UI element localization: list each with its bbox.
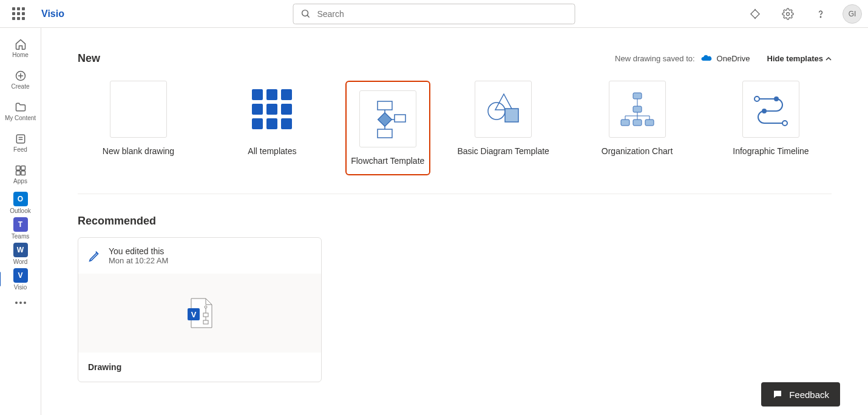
left-rail: Home Create My Content Feed Apps O Outlo… <box>0 28 41 415</box>
ellipsis-icon <box>15 302 26 304</box>
svg-rect-13 <box>16 166 20 170</box>
template-flowchart[interactable]: Flowchart Template <box>345 81 430 175</box>
svg-point-6 <box>820 16 821 17</box>
svg-point-41 <box>782 121 787 126</box>
help-button[interactable] <box>810 3 832 25</box>
rail-more[interactable] <box>1 292 40 313</box>
top-bar: Visio GI <box>0 0 868 28</box>
timeline-icon <box>750 88 792 130</box>
saved-to-location[interactable]: OneDrive <box>717 54 750 63</box>
rail-teams[interactable]: T Teams <box>1 216 40 240</box>
rail-home-label: Home <box>12 52 29 58</box>
create-icon <box>15 70 27 82</box>
recommended-card[interactable]: You edited this Mon at 10:22 AM V Drawin… <box>78 237 322 382</box>
search-box[interactable] <box>293 4 575 24</box>
settings-button[interactable] <box>777 3 799 25</box>
timeline-thumb <box>742 81 799 138</box>
template-label: All templates <box>248 146 296 156</box>
svg-rect-18 <box>378 113 392 127</box>
new-title: New <box>78 52 100 65</box>
rail-apps-label: Apps <box>13 178 27 184</box>
svg-rect-31 <box>645 120 654 126</box>
recommended-filename: Drawing <box>78 353 321 382</box>
rail-apps[interactable]: Apps <box>1 159 40 189</box>
svg-point-40 <box>762 109 766 113</box>
rail-outlook[interactable]: O Outlook <box>1 191 40 215</box>
svg-rect-20 <box>378 129 392 138</box>
template-infographic-timeline[interactable]: Infographic Timeline <box>710 81 832 175</box>
new-header-right: New drawing saved to: OneDrive Hide temp… <box>615 54 832 63</box>
recommended-card-header: You edited this Mon at 10:22 AM <box>78 238 321 274</box>
feedback-icon <box>772 389 783 400</box>
svg-rect-29 <box>621 120 629 126</box>
app-title: Visio <box>41 8 64 19</box>
svg-text:V: V <box>191 310 197 319</box>
recommended-line1: You edited this <box>109 246 168 256</box>
templates-row: New blank drawing All templates <box>78 81 832 194</box>
rail-feed-label: Feed <box>13 146 27 153</box>
svg-rect-17 <box>378 101 392 110</box>
recommended-preview: V <box>78 274 321 353</box>
app-launcher-button[interactable] <box>6 2 30 26</box>
rail-home[interactable]: Home <box>1 33 40 63</box>
recommended-title: Recommended <box>78 215 832 228</box>
main-content: New New drawing saved to: OneDrive Hide … <box>41 28 868 415</box>
saved-to-label: New drawing saved to: <box>615 54 695 63</box>
svg-rect-14 <box>21 166 25 170</box>
apps-icon <box>15 164 27 177</box>
svg-point-0 <box>302 10 308 16</box>
basic-diagram-thumb <box>475 81 532 138</box>
svg-rect-2 <box>751 9 759 18</box>
feedback-label: Feedback <box>789 390 829 400</box>
template-blank[interactable]: New blank drawing <box>78 81 199 175</box>
rail-visio-label: Visio <box>14 284 27 291</box>
search-icon <box>301 8 311 19</box>
home-icon <box>15 38 27 50</box>
top-right-controls: GI <box>744 3 862 25</box>
template-label: New blank drawing <box>103 146 174 156</box>
gear-icon <box>782 8 794 20</box>
rail-create[interactable]: Create <box>1 64 40 95</box>
visio-icon: V <box>13 268 28 283</box>
teams-icon: T <box>13 217 28 232</box>
rail-my-content[interactable]: My Content <box>1 96 40 126</box>
flowchart-icon <box>367 98 409 140</box>
svg-rect-16 <box>21 170 25 175</box>
waffle-icon <box>12 7 25 20</box>
rail-outlook-label: Outlook <box>10 208 30 214</box>
new-header: New New drawing saved to: OneDrive Hide … <box>78 52 832 65</box>
svg-point-38 <box>754 96 759 101</box>
flowchart-thumb <box>359 90 416 147</box>
template-label: Organization Chart <box>602 146 673 156</box>
template-label: Infographic Timeline <box>733 146 809 156</box>
rail-word[interactable]: W Word <box>1 241 40 266</box>
shapes-icon <box>482 88 524 130</box>
diamond-icon-button[interactable] <box>744 3 766 25</box>
rail-content-label: My Content <box>5 115 36 121</box>
template-basic-diagram[interactable]: Basic Diagram Template <box>442 81 564 175</box>
avatar[interactable]: GI <box>843 4 862 24</box>
folder-icon <box>15 101 27 113</box>
svg-rect-26 <box>505 109 518 122</box>
svg-point-24 <box>488 103 505 120</box>
onedrive-icon <box>700 55 712 63</box>
blank-thumb <box>110 81 167 138</box>
search-container <box>293 4 575 24</box>
help-icon <box>815 8 827 20</box>
svg-rect-27 <box>633 93 642 99</box>
rail-feed[interactable]: Feed <box>1 127 40 158</box>
pencil-icon <box>88 249 101 263</box>
template-label: Basic Diagram Template <box>457 146 549 156</box>
rail-visio[interactable]: V Visio <box>1 267 40 291</box>
svg-rect-30 <box>633 120 642 126</box>
svg-rect-28 <box>633 106 642 112</box>
rail-create-label: Create <box>11 83 29 90</box>
feedback-button[interactable]: Feedback <box>761 382 840 407</box>
template-all[interactable]: All templates <box>211 81 333 175</box>
search-input[interactable] <box>317 9 567 19</box>
rail-word-label: Word <box>13 258 28 265</box>
feed-icon <box>15 133 27 145</box>
template-org-chart[interactable]: Organization Chart <box>577 81 698 175</box>
outlook-icon: O <box>13 192 28 206</box>
hide-templates-button[interactable]: Hide templates <box>767 54 832 63</box>
